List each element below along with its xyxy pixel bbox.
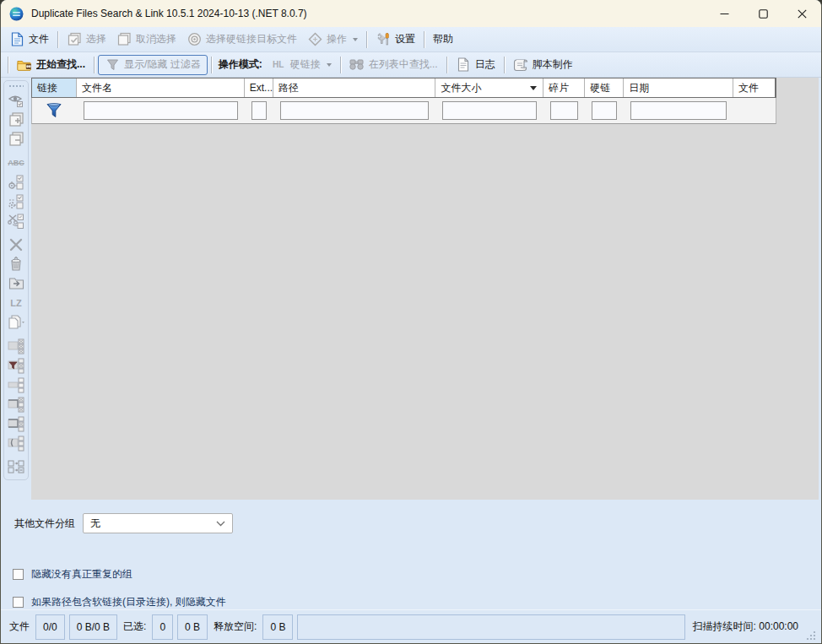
link-strip-5-icon[interactable] (6, 433, 26, 452)
sort-dropdown-icon[interactable] (530, 86, 537, 90)
filter-cell-path (273, 98, 436, 123)
hide-softlink-label: 如果路径包含软链接(目录连接), 则隐藏文件 (31, 595, 226, 609)
copy-menu-icon[interactable] (6, 312, 26, 332)
filter-cell-filesize (435, 98, 543, 123)
tool-bar: 开始查找... 显示/隐藏 过滤器 操作模式: HL 硬链接 在列表中查找... (1, 52, 821, 78)
column-header-file[interactable]: 文件 (733, 78, 776, 97)
menu-item-label: 选择 (86, 32, 106, 46)
results-area: 链接 文件名 Ext... 路径 文件大小 碎片 硬链 日期 文件 (31, 78, 819, 500)
filter-fragments-input[interactable] (550, 101, 578, 120)
expand-group-icon[interactable] (6, 110, 26, 129)
filter-cell-date (624, 98, 733, 123)
hide-softlink-checkbox[interactable] (13, 597, 24, 608)
script-icon (513, 57, 528, 73)
filter-path-input[interactable] (280, 101, 430, 120)
filter-funnel-icon[interactable] (46, 102, 62, 119)
filter-cell-file (733, 98, 776, 123)
window-controls (705, 0, 821, 27)
filter-filename-input[interactable] (84, 101, 238, 120)
hide-groups-checkbox[interactable] (13, 569, 24, 580)
chevron-down-icon (353, 38, 358, 41)
start-search-button[interactable]: 开始查找... (12, 55, 90, 75)
menu-item-label: 取消选择 (136, 32, 176, 46)
mode-hardlink-dropdown[interactable]: HL 硬链接 (266, 55, 337, 75)
results-grid: 链接 文件名 Ext... 路径 文件大小 碎片 硬链 日期 文件 (31, 78, 776, 124)
menu-item-actions[interactable]: 操作 (302, 30, 363, 50)
replace-links-icon[interactable] (6, 457, 26, 476)
filter-ext-input[interactable] (251, 101, 267, 120)
filter-cell-filename (77, 98, 245, 123)
toggle-filter-button[interactable]: 显示/隐藏 过滤器 (98, 55, 208, 75)
move-to-folder-icon[interactable] (6, 273, 26, 293)
column-header-fragments[interactable]: 碎片 (543, 78, 585, 97)
toolbar-grip[interactable] (8, 84, 24, 88)
filter-filesize-input[interactable] (442, 101, 537, 120)
separator (8, 57, 8, 73)
column-header-hardlinks[interactable]: 硬链 (585, 78, 624, 97)
menu-item-file[interactable]: 文件 (4, 30, 54, 50)
filter-date-input[interactable] (630, 101, 727, 120)
separator (340, 57, 341, 73)
selected-label: 已选: (122, 620, 148, 634)
menu-item-select[interactable]: 选择 (62, 30, 111, 50)
select-icon (67, 32, 82, 47)
delete-icon[interactable] (6, 235, 26, 254)
files-count-cell: 0/0 (35, 614, 65, 640)
separator (57, 31, 58, 48)
visibility-icon[interactable] (6, 90, 26, 110)
minimize-button[interactable] (705, 0, 744, 27)
cut-link-icon[interactable] (6, 211, 26, 230)
file-icon (9, 32, 24, 47)
selected-size-cell: 0 B (177, 614, 208, 640)
options-panel: 其他文件分组 无 隐藏没有真正重复的组 如果路径包含软链接(目录连接), 则隐藏… (1, 500, 821, 609)
group-by-row: 其他文件分组 无 (14, 513, 821, 533)
abc-rename-icon[interactable]: ABC (6, 153, 26, 172)
binoculars-icon (349, 57, 365, 73)
lz-compress-icon[interactable]: LZ (6, 293, 26, 312)
link-strip-filter-icon[interactable] (6, 355, 26, 375)
separator (211, 57, 212, 73)
column-header-date[interactable]: 日期 (624, 78, 733, 97)
maximize-button[interactable] (744, 0, 782, 27)
scripting-button[interactable]: 脚本制作 (508, 55, 578, 75)
column-header-path[interactable]: 路径 (273, 78, 436, 97)
menu-item-deselect[interactable]: 取消选择 (111, 30, 181, 50)
menu-item-label: 文件 (29, 32, 49, 46)
link-strip-1-icon[interactable] (6, 336, 26, 355)
link-strip-3-icon[interactable] (6, 394, 26, 414)
recycle-bin-icon[interactable] (6, 254, 26, 273)
hide-softlink-option: 如果路径包含软链接(目录连接), 则隐藏文件 (13, 595, 821, 609)
resize-grip[interactable] (806, 630, 816, 641)
close-button[interactable] (782, 0, 821, 27)
side-toolbar-box: ABC (3, 80, 29, 480)
column-header-filename[interactable]: 文件名 (77, 78, 245, 97)
log-button[interactable]: 日志 (451, 55, 500, 75)
separator (366, 31, 367, 48)
filter-hardlinks-input[interactable] (592, 101, 617, 120)
free-space-cell: 0 B (262, 614, 293, 640)
find-in-list-button[interactable]: 在列表中查找... (344, 55, 443, 75)
select-linked-icon[interactable] (6, 172, 26, 192)
find-in-list-label: 在列表中查找... (369, 57, 438, 72)
column-header-link[interactable]: 链接 (32, 78, 77, 97)
select-linked-auto-icon[interactable] (6, 192, 26, 211)
progress-cell (297, 614, 684, 640)
group-by-value: 无 (90, 517, 216, 531)
menu-item-help[interactable]: 帮助 (428, 30, 458, 49)
grid-header-row: 链接 文件名 Ext... 路径 文件大小 碎片 硬链 日期 文件 (31, 78, 776, 98)
free-space-label: 释放空间: (212, 620, 258, 634)
group-by-select[interactable]: 无 (83, 513, 233, 533)
app-window: Duplicate Files Search & Link 10.5.1 202… (0, 0, 822, 644)
column-header-filesize[interactable]: 文件大小 (435, 78, 543, 97)
scripting-label: 脚本制作 (533, 57, 573, 72)
filter-cell-hardlinks (585, 98, 624, 123)
link-strip-4-icon[interactable] (6, 414, 26, 433)
window-title: Duplicate Files Search & Link 10.5.1 202… (31, 8, 307, 19)
files-size-cell: 0 B/0 B (69, 614, 117, 640)
link-strip-2-icon[interactable] (6, 375, 26, 394)
separator (504, 57, 505, 73)
collapse-group-icon[interactable] (6, 129, 26, 149)
menu-item-select-hardlink-target[interactable]: 选择硬链接目标文件 (181, 30, 302, 50)
menu-item-settings[interactable]: 设置 (370, 30, 420, 50)
column-header-ext[interactable]: Ext... (245, 78, 273, 97)
